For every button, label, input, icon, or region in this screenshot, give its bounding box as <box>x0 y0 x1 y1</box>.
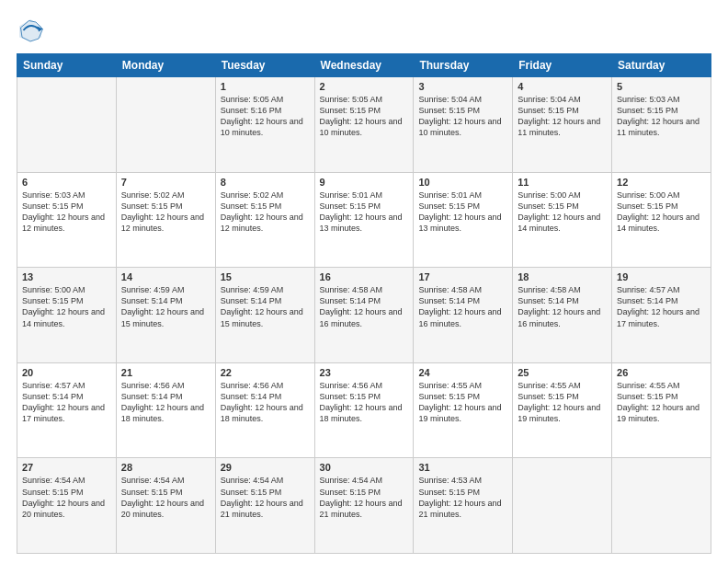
day-number: 26 <box>617 367 706 378</box>
day-info: Sunrise: 5:01 AMSunset: 5:15 PMDaylight:… <box>320 190 409 235</box>
day-number: 19 <box>617 271 706 282</box>
week-row-5: 27Sunrise: 4:54 AMSunset: 5:15 PMDayligh… <box>17 458 711 554</box>
day-info: Sunrise: 4:55 AMSunset: 5:15 PMDaylight:… <box>518 380 607 425</box>
logo-icon <box>17 17 44 44</box>
header-row: SundayMondayTuesdayWednesdayThursdayFrid… <box>17 54 711 77</box>
day-number: 12 <box>617 177 706 188</box>
calendar-table: SundayMondayTuesdayWednesdayThursdayFrid… <box>17 53 711 554</box>
day-cell: 10Sunrise: 5:01 AMSunset: 5:15 PMDayligh… <box>414 172 513 268</box>
day-info: Sunrise: 5:01 AMSunset: 5:15 PMDaylight:… <box>418 190 507 235</box>
day-info: Sunrise: 4:58 AMSunset: 5:14 PMDaylight:… <box>320 284 409 329</box>
weekday-header-monday: Monday <box>116 54 215 77</box>
day-cell: 31Sunrise: 4:53 AMSunset: 5:15 PMDayligh… <box>414 458 513 554</box>
day-number: 29 <box>221 462 310 473</box>
day-info: Sunrise: 5:04 AMSunset: 5:15 PMDaylight:… <box>518 94 607 139</box>
day-info: Sunrise: 5:05 AMSunset: 5:15 PMDaylight:… <box>320 94 409 139</box>
day-info: Sunrise: 5:02 AMSunset: 5:15 PMDaylight:… <box>121 190 210 235</box>
week-row-1: 1Sunrise: 5:05 AMSunset: 5:16 PMDaylight… <box>17 77 711 173</box>
day-number: 15 <box>221 271 310 282</box>
day-cell <box>17 77 117 173</box>
day-info: Sunrise: 4:59 AMSunset: 5:14 PMDaylight:… <box>221 284 310 329</box>
day-number: 11 <box>518 177 607 188</box>
day-info: Sunrise: 4:58 AMSunset: 5:14 PMDaylight:… <box>518 284 607 329</box>
day-cell <box>116 77 215 173</box>
day-info: Sunrise: 5:00 AMSunset: 5:15 PMDaylight:… <box>22 284 111 329</box>
day-cell: 30Sunrise: 4:54 AMSunset: 5:15 PMDayligh… <box>314 458 414 554</box>
week-row-2: 6Sunrise: 5:03 AMSunset: 5:15 PMDaylight… <box>17 172 711 268</box>
day-info: Sunrise: 4:54 AMSunset: 5:15 PMDaylight:… <box>320 475 409 520</box>
day-cell: 14Sunrise: 4:59 AMSunset: 5:14 PMDayligh… <box>116 268 215 363</box>
day-number: 1 <box>221 81 310 92</box>
day-cell: 17Sunrise: 4:58 AMSunset: 5:14 PMDayligh… <box>414 268 513 363</box>
weekday-header-thursday: Thursday <box>414 54 513 77</box>
day-number: 18 <box>518 271 607 282</box>
day-number: 2 <box>320 81 409 92</box>
week-row-3: 13Sunrise: 5:00 AMSunset: 5:15 PMDayligh… <box>17 268 711 363</box>
day-number: 22 <box>221 367 310 378</box>
day-info: Sunrise: 5:00 AMSunset: 5:15 PMDaylight:… <box>617 190 706 235</box>
day-info: Sunrise: 4:58 AMSunset: 5:14 PMDaylight:… <box>418 284 507 329</box>
day-info: Sunrise: 4:56 AMSunset: 5:15 PMDaylight:… <box>320 380 409 425</box>
day-cell: 19Sunrise: 4:57 AMSunset: 5:14 PMDayligh… <box>612 268 711 363</box>
day-cell: 23Sunrise: 4:56 AMSunset: 5:15 PMDayligh… <box>314 362 414 458</box>
weekday-header-wednesday: Wednesday <box>314 54 414 77</box>
day-number: 3 <box>418 81 507 92</box>
day-cell: 24Sunrise: 4:55 AMSunset: 5:15 PMDayligh… <box>414 362 513 458</box>
day-info: Sunrise: 5:04 AMSunset: 5:15 PMDaylight:… <box>418 94 507 139</box>
day-cell: 26Sunrise: 4:55 AMSunset: 5:15 PMDayligh… <box>612 362 711 458</box>
day-info: Sunrise: 5:03 AMSunset: 5:15 PMDaylight:… <box>617 94 706 139</box>
day-info: Sunrise: 4:56 AMSunset: 5:14 PMDaylight:… <box>121 380 210 425</box>
day-number: 17 <box>418 271 507 282</box>
day-cell: 7Sunrise: 5:02 AMSunset: 5:15 PMDaylight… <box>116 172 215 268</box>
day-cell: 5Sunrise: 5:03 AMSunset: 5:15 PMDaylight… <box>612 77 711 173</box>
day-info: Sunrise: 5:03 AMSunset: 5:15 PMDaylight:… <box>22 190 111 235</box>
day-number: 21 <box>121 367 210 378</box>
logo <box>17 17 48 44</box>
weekday-header-friday: Friday <box>513 54 612 77</box>
day-info: Sunrise: 4:57 AMSunset: 5:14 PMDaylight:… <box>617 284 706 329</box>
svg-marker-0 <box>19 19 41 41</box>
day-number: 10 <box>418 177 507 188</box>
day-number: 25 <box>518 367 607 378</box>
day-info: Sunrise: 4:56 AMSunset: 5:14 PMDaylight:… <box>221 380 310 425</box>
day-number: 9 <box>320 177 409 188</box>
day-cell: 6Sunrise: 5:03 AMSunset: 5:15 PMDaylight… <box>17 172 117 268</box>
weekday-header-saturday: Saturday <box>612 54 711 77</box>
day-cell: 2Sunrise: 5:05 AMSunset: 5:15 PMDaylight… <box>314 77 414 173</box>
day-cell: 25Sunrise: 4:55 AMSunset: 5:15 PMDayligh… <box>513 362 612 458</box>
day-number: 14 <box>121 271 210 282</box>
day-info: Sunrise: 4:54 AMSunset: 5:15 PMDaylight:… <box>22 475 111 520</box>
day-cell: 15Sunrise: 4:59 AMSunset: 5:14 PMDayligh… <box>215 268 314 363</box>
day-info: Sunrise: 5:00 AMSunset: 5:15 PMDaylight:… <box>518 190 607 235</box>
day-cell <box>612 458 711 554</box>
day-cell: 27Sunrise: 4:54 AMSunset: 5:15 PMDayligh… <box>17 458 117 554</box>
day-cell: 8Sunrise: 5:02 AMSunset: 5:15 PMDaylight… <box>215 172 314 268</box>
day-number: 28 <box>121 462 210 473</box>
day-cell: 22Sunrise: 4:56 AMSunset: 5:14 PMDayligh… <box>215 362 314 458</box>
day-info: Sunrise: 4:59 AMSunset: 5:14 PMDaylight:… <box>121 284 210 329</box>
day-info: Sunrise: 4:55 AMSunset: 5:15 PMDaylight:… <box>617 380 706 425</box>
day-info: Sunrise: 5:02 AMSunset: 5:15 PMDaylight:… <box>221 190 310 235</box>
day-cell: 11Sunrise: 5:00 AMSunset: 5:15 PMDayligh… <box>513 172 612 268</box>
day-number: 8 <box>221 177 310 188</box>
day-cell: 3Sunrise: 5:04 AMSunset: 5:15 PMDaylight… <box>414 77 513 173</box>
weekday-header-sunday: Sunday <box>17 54 117 77</box>
day-cell: 18Sunrise: 4:58 AMSunset: 5:14 PMDayligh… <box>513 268 612 363</box>
page: SundayMondayTuesdayWednesdayThursdayFrid… <box>0 0 728 563</box>
day-info: Sunrise: 4:57 AMSunset: 5:14 PMDaylight:… <box>22 380 111 425</box>
day-cell: 20Sunrise: 4:57 AMSunset: 5:14 PMDayligh… <box>17 362 117 458</box>
weekday-header-tuesday: Tuesday <box>215 54 314 77</box>
day-cell: 13Sunrise: 5:00 AMSunset: 5:15 PMDayligh… <box>17 268 117 363</box>
day-cell <box>513 458 612 554</box>
day-info: Sunrise: 5:05 AMSunset: 5:16 PMDaylight:… <box>221 94 310 139</box>
day-info: Sunrise: 4:54 AMSunset: 5:15 PMDaylight:… <box>221 475 310 520</box>
day-number: 23 <box>320 367 409 378</box>
day-number: 5 <box>617 81 706 92</box>
day-number: 16 <box>320 271 409 282</box>
day-number: 31 <box>418 462 507 473</box>
day-cell: 29Sunrise: 4:54 AMSunset: 5:15 PMDayligh… <box>215 458 314 554</box>
day-cell: 16Sunrise: 4:58 AMSunset: 5:14 PMDayligh… <box>314 268 414 363</box>
day-info: Sunrise: 4:53 AMSunset: 5:15 PMDaylight:… <box>418 475 507 520</box>
day-info: Sunrise: 4:55 AMSunset: 5:15 PMDaylight:… <box>418 380 507 425</box>
day-number: 4 <box>518 81 607 92</box>
